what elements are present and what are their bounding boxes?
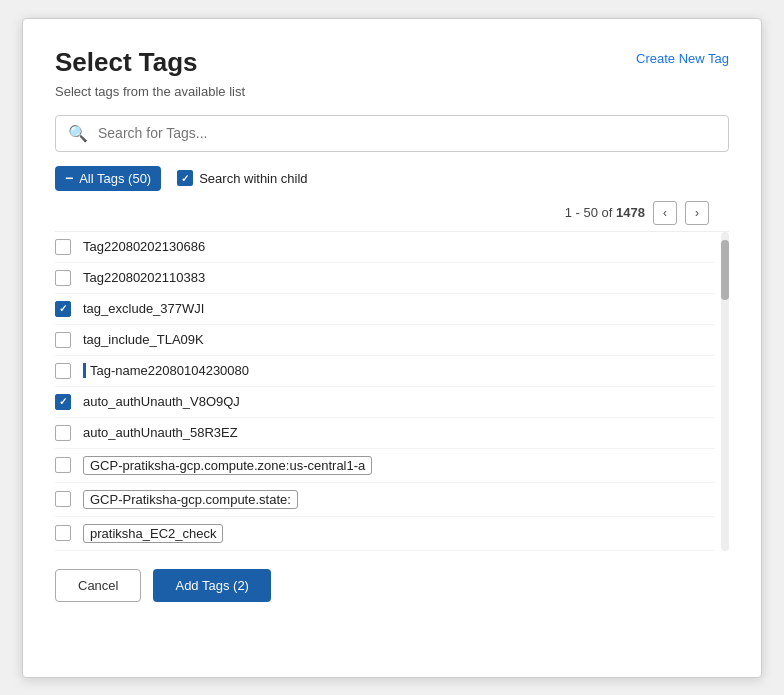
tag-label: Tag-name22080104230080 [83, 363, 249, 378]
add-tags-button[interactable]: Add Tags (2) [153, 569, 270, 602]
tag-list: Tag22080202130686Tag22080202110383tag_ex… [55, 232, 729, 551]
pagination-row: 1 - 50 of 1478 ‹ › [55, 201, 729, 225]
pagination-next-button[interactable]: › [685, 201, 709, 225]
tag-checkbox[interactable] [55, 425, 71, 441]
tag-checkbox[interactable] [55, 491, 71, 507]
tag-list-item: tag_include_TLA09K [55, 325, 715, 356]
pagination-start: 1 [565, 205, 572, 220]
tag-list-item: pratiksha_EC2_check [55, 517, 715, 551]
modal-footer: Cancel Add Tags (2) [55, 551, 729, 602]
tag-checkbox[interactable] [55, 457, 71, 473]
pagination-range: 1 - 50 of 1478 [565, 205, 645, 220]
tag-checkbox[interactable] [55, 270, 71, 286]
search-icon: 🔍 [68, 124, 88, 143]
tag-checkbox[interactable] [55, 394, 71, 410]
scrollbar[interactable] [721, 232, 729, 551]
pagination-end: 50 [584, 205, 598, 220]
search-within-child-checkbox[interactable] [177, 170, 193, 186]
tag-list-area: Tag22080202130686Tag22080202110383tag_ex… [55, 231, 729, 551]
tag-label: pratiksha_EC2_check [83, 524, 223, 543]
tag-checkbox[interactable] [55, 239, 71, 255]
tag-checkbox[interactable] [55, 363, 71, 379]
tag-list-item: GCP-pratiksha-gcp.compute.zone:us-centra… [55, 449, 715, 483]
tag-label: Tag22080202110383 [83, 270, 205, 285]
create-new-tag-link[interactable]: Create New Tag [636, 51, 729, 66]
tag-label: auto_authUnauth_58R3EZ [83, 425, 238, 440]
pagination-total: 1478 [616, 205, 645, 220]
tag-list-item: auto_authUnauth_V8O9QJ [55, 387, 715, 418]
search-bar: 🔍 [55, 115, 729, 152]
tag-label: GCP-pratiksha-gcp.compute.zone:us-centra… [83, 456, 372, 475]
tag-list-item: Tag22080202130686 [55, 232, 715, 263]
tag-checkbox[interactable] [55, 525, 71, 541]
cancel-button[interactable]: Cancel [55, 569, 141, 602]
search-within-child-label: Search within child [199, 171, 307, 186]
tag-list-item: GCP-Pratiksha-gcp.compute.state: [55, 483, 715, 517]
tag-label: GCP-Pratiksha-gcp.compute.state: [83, 490, 298, 509]
select-tags-modal: Select Tags Select tags from the availab… [22, 18, 762, 678]
tag-label: Tag22080202130686 [83, 239, 205, 254]
pagination-prev-button[interactable]: ‹ [653, 201, 677, 225]
tag-list-item: Tag22080202110383 [55, 263, 715, 294]
all-tags-label: All Tags (50) [79, 171, 151, 186]
tag-list-item: auto_authUnauth_58R3EZ [55, 418, 715, 449]
tag-label: tag_include_TLA09K [83, 332, 204, 347]
tag-checkbox[interactable] [55, 332, 71, 348]
tag-label: auto_authUnauth_V8O9QJ [83, 394, 240, 409]
modal-title: Select Tags [55, 47, 729, 78]
tag-list-item: Tag-name22080104230080 [55, 356, 715, 387]
modal-subtitle: Select tags from the available list [55, 84, 729, 99]
minus-icon: − [65, 171, 73, 185]
search-input[interactable] [98, 125, 716, 141]
all-tags-button[interactable]: − All Tags (50) [55, 166, 161, 191]
tag-list-item: tag_exclude_377WJI [55, 294, 715, 325]
filter-row: − All Tags (50) Search within child [55, 166, 729, 191]
scrollbar-thumb [721, 240, 729, 300]
search-within-child-container: Search within child [177, 170, 307, 186]
tag-checkbox[interactable] [55, 301, 71, 317]
tag-label: tag_exclude_377WJI [83, 301, 204, 316]
